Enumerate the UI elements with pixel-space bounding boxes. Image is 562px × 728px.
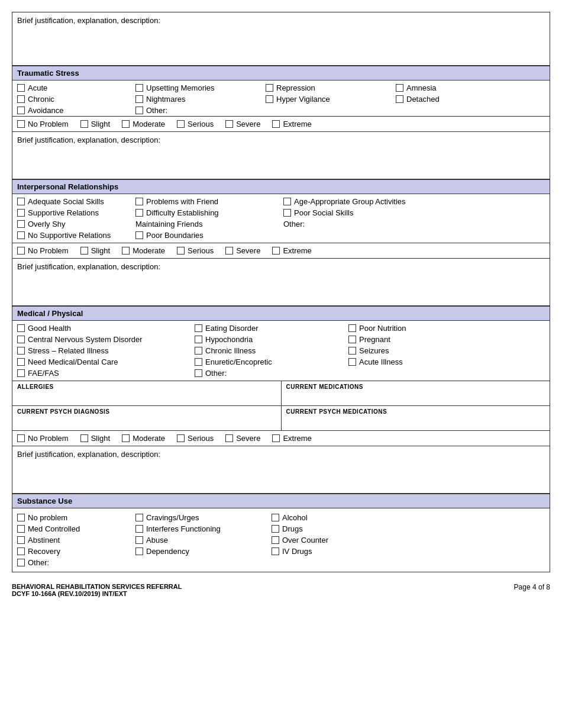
ip-poor-boundaries[interactable]: Poor Boundaries [135,231,283,240]
ts-other-checkbox[interactable] [135,107,143,114]
med-other[interactable]: Other: [195,369,348,378]
med-seizures-checkbox[interactable] [348,347,356,355]
ip-extreme-checkbox[interactable] [272,247,280,255]
ip-difficulty-establishing-checkbox[interactable] [135,209,143,217]
sub-cravings-checkbox[interactable] [135,514,143,521]
ip-supportive-relations-checkbox[interactable] [17,209,25,217]
med-pregnant-checkbox[interactable] [348,336,356,343]
ts-no-problem-checkbox[interactable] [17,120,25,128]
med-no-problem[interactable]: No Problem [17,434,69,443]
med-enuretic[interactable]: Enuretic/Encopretic [195,357,348,366]
sub-abuse-checkbox[interactable] [135,536,143,544]
ts-acute[interactable]: Acute [17,83,135,92]
med-serious[interactable]: Serious [177,434,214,443]
ts-avoidance-checkbox[interactable] [17,107,25,114]
ip-no-problem-checkbox[interactable] [17,247,25,255]
med-acute-illness-checkbox[interactable] [348,358,356,366]
ip-poor-social-checkbox[interactable] [283,209,291,217]
med-eating-disorder-checkbox[interactable] [195,324,202,332]
ts-amnesia[interactable]: Amnesia [396,83,485,92]
ip-serious-checkbox[interactable] [177,247,185,255]
sub-alcohol[interactable]: Alcohol [272,513,545,522]
med-acute-illness[interactable]: Acute Illness [348,357,545,366]
ip-extreme[interactable]: Extreme [272,246,311,255]
med-moderate-checkbox[interactable] [122,434,130,442]
sub-dependency-checkbox[interactable] [135,547,143,555]
ip-serious[interactable]: Serious [177,246,214,255]
sub-drugs-checkbox[interactable] [272,525,279,533]
ip-severe[interactable]: Severe [225,246,260,255]
med-severe[interactable]: Severe [225,434,260,443]
ts-moderate-checkbox[interactable] [122,120,130,128]
sub-dependency[interactable]: Dependency [135,547,272,556]
ts-moderate[interactable]: Moderate [122,120,165,128]
med-extreme-checkbox[interactable] [272,434,280,442]
sub-abstinent-checkbox[interactable] [17,536,25,544]
med-chronic-illness-checkbox[interactable] [195,347,202,355]
med-slight[interactable]: Slight [80,434,111,443]
ts-nightmares[interactable]: Nightmares [135,95,266,104]
ip-poor-boundaries-checkbox[interactable] [135,231,143,239]
sub-other-checkbox[interactable] [17,559,25,566]
ip-slight[interactable]: Slight [80,246,111,255]
ip-problems-friend-checkbox[interactable] [135,198,143,205]
ts-repression[interactable]: Repression [266,83,396,92]
ip-problems-friend[interactable]: Problems with Friend [135,197,283,206]
med-enuretic-checkbox[interactable] [195,358,202,366]
sub-interferes[interactable]: Interferes Functioning [135,524,272,533]
ts-detached[interactable]: Detached [396,95,485,104]
ip-severe-checkbox[interactable] [225,247,233,255]
med-chronic-illness[interactable]: Chronic Illness [195,346,348,355]
ts-amnesia-checkbox[interactable] [396,84,403,92]
med-cns-disorder[interactable]: Central Nervous System Disorder [17,335,195,344]
ts-nightmares-checkbox[interactable] [135,95,143,103]
ip-no-problem[interactable]: No Problem [17,246,69,255]
med-eating-disorder[interactable]: Eating Disorder [195,324,348,333]
ts-serious[interactable]: Serious [177,120,214,128]
med-fae-fas-checkbox[interactable] [17,369,25,377]
sub-no-problem-checkbox[interactable] [17,514,25,521]
ts-other[interactable]: Other: [135,106,266,115]
med-stress-illness[interactable]: Stress – Related Illness [17,346,195,355]
sub-cravings[interactable]: Cravings/Urges [135,513,272,522]
ts-extreme-checkbox[interactable] [272,120,280,128]
med-stress-illness-checkbox[interactable] [17,347,25,355]
sub-med-controlled-checkbox[interactable] [17,525,25,533]
med-dental-care[interactable]: Need Medical/Dental Care [17,357,195,366]
ip-supportive-relations[interactable]: Supportive Relations [17,208,135,217]
ts-hyper-vigilance-checkbox[interactable] [266,95,273,103]
sub-alcohol-checkbox[interactable] [272,514,279,521]
med-good-health[interactable]: Good Health [17,324,195,333]
ip-age-appropriate[interactable]: Age-Appropriate Group Activities [283,197,545,206]
med-no-problem-checkbox[interactable] [17,434,25,442]
sub-abstinent[interactable]: Abstinent [17,536,135,545]
med-fae-fas[interactable]: FAE/FAS [17,369,195,378]
med-other-checkbox[interactable] [195,369,202,377]
ts-severe-checkbox[interactable] [225,120,233,128]
ts-upsetting-memories[interactable]: Upsetting Memories [135,83,266,92]
med-good-health-checkbox[interactable] [17,324,25,332]
med-serious-checkbox[interactable] [177,434,185,442]
ip-adequate-social-checkbox[interactable] [17,198,25,205]
ip-moderate-checkbox[interactable] [122,247,130,255]
ts-severe[interactable]: Severe [225,120,260,128]
sub-other[interactable]: Other: [17,558,135,567]
med-poor-nutrition-checkbox[interactable] [348,324,356,332]
med-hypochondria-checkbox[interactable] [195,336,202,343]
ip-overly-shy[interactable]: Overly Shy [17,220,135,228]
ts-upsetting-memories-checkbox[interactable] [135,84,143,92]
sub-med-controlled[interactable]: Med Controlled [17,524,135,533]
med-seizures[interactable]: Seizures [348,346,545,355]
med-moderate[interactable]: Moderate [122,434,165,443]
sub-iv-drugs-checkbox[interactable] [272,547,279,555]
med-severe-checkbox[interactable] [225,434,233,442]
ip-overly-shy-checkbox[interactable] [17,220,25,228]
ts-slight-checkbox[interactable] [80,120,88,128]
med-poor-nutrition[interactable]: Poor Nutrition [348,324,545,333]
ip-age-appropriate-checkbox[interactable] [283,198,291,205]
sub-over-counter[interactable]: Over Counter [272,536,545,545]
sub-recovery[interactable]: Recovery [17,547,135,556]
sub-drugs[interactable]: Drugs [272,524,545,533]
ts-acute-checkbox[interactable] [17,84,25,92]
ts-hyper-vigilance[interactable]: Hyper Vigilance [266,95,396,104]
